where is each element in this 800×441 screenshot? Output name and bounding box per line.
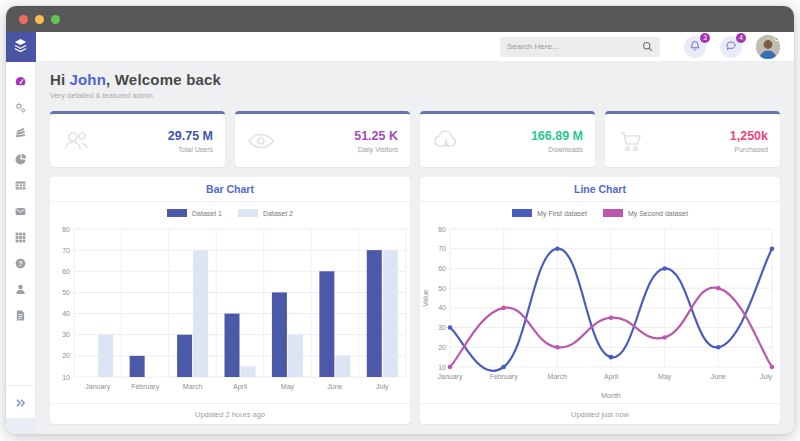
svg-text:60: 60	[62, 268, 70, 275]
sidebar-item-library[interactable]	[11, 126, 31, 143]
legend-swatch-second-dataset	[603, 209, 623, 217]
svg-text:March: March	[548, 373, 568, 380]
svg-text:10: 10	[62, 374, 70, 381]
page-header: HiJohn, Welcome back Very detailed & fea…	[50, 71, 780, 105]
legend-swatch-dataset-1	[167, 209, 187, 217]
svg-text:Value: Value	[422, 289, 429, 306]
svg-text:April: April	[233, 383, 247, 391]
window-titlebar	[6, 6, 794, 32]
stat-card-total-users[interactable]: 29.75 M Total Users	[50, 111, 225, 167]
svg-text:July: July	[376, 383, 389, 391]
search-input[interactable]	[507, 42, 636, 51]
search-icon[interactable]	[642, 38, 653, 56]
svg-text:May: May	[281, 383, 295, 391]
user-icon	[14, 282, 27, 300]
sidebar-item-charts[interactable]	[11, 152, 31, 169]
sidebar-item-mail[interactable]	[11, 204, 31, 221]
sidebar-collapse-button[interactable]	[6, 385, 35, 418]
sidebar-item-widgets[interactable]	[11, 230, 31, 247]
dashboard-content: HiJohn, Welcome back Very detailed & fea…	[36, 61, 794, 434]
svg-text:January: January	[438, 373, 463, 381]
pie-chart-icon	[14, 152, 27, 170]
line-chart-title: Line Chart	[574, 183, 626, 195]
minimize-window-button[interactable]	[35, 15, 44, 24]
svg-text:20: 20	[438, 344, 446, 351]
messages-button[interactable]: 4	[720, 36, 742, 58]
close-window-button[interactable]	[19, 15, 28, 24]
cloud-download-icon	[432, 129, 462, 153]
sidebar-item-dashboard[interactable]	[11, 74, 31, 91]
sidebar-item-tables[interactable]	[11, 178, 31, 195]
page-title: HiJohn, Welcome back	[50, 71, 780, 88]
messages-badge: 4	[736, 33, 746, 43]
sidebar-item-profile[interactable]	[11, 282, 31, 299]
svg-text:May: May	[658, 373, 672, 381]
svg-text:30: 30	[62, 331, 70, 338]
svg-text:March: March	[183, 383, 203, 390]
stat-label: Total Users	[92, 146, 213, 153]
grid-icon	[14, 230, 27, 248]
stat-card-downloads[interactable]: 166.89 M Downloads	[420, 111, 595, 167]
bar-chart-card: Bar Chart Dataset 1 Dataset 2 1020304050…	[50, 177, 410, 424]
sidebar: ?	[6, 32, 36, 434]
svg-text:10: 10	[438, 364, 446, 371]
bar-chart-title: Bar Chart	[206, 183, 254, 195]
online-status-dot	[774, 35, 780, 41]
bell-icon	[689, 38, 701, 56]
svg-text:January: January	[85, 383, 110, 391]
legend-label: My First dataset	[537, 210, 587, 217]
svg-text:?: ?	[18, 259, 22, 266]
svg-text:70: 70	[62, 247, 70, 254]
sidebar-item-help[interactable]: ?	[11, 256, 31, 273]
line-chart-plot: 1020304050607080JanuaryFebruaryMarchApri…	[420, 221, 780, 403]
svg-text:June: June	[711, 373, 726, 380]
svg-text:February: February	[490, 373, 519, 381]
help-icon: ?	[14, 256, 27, 274]
eye-icon	[247, 129, 277, 153]
notifications-badge: 3	[700, 33, 710, 43]
svg-text:April: April	[604, 373, 618, 381]
gears-icon	[14, 100, 27, 118]
sidebar-footer-strip	[6, 418, 35, 434]
table-icon	[14, 178, 27, 196]
books-icon	[14, 126, 27, 144]
svg-text:70: 70	[438, 245, 446, 252]
stat-card-daily-visitors[interactable]: 51.25 K Daily Visitors	[235, 111, 410, 167]
file-icon	[14, 308, 27, 326]
legend-label: Dataset 1	[192, 210, 222, 217]
search-box[interactable]	[500, 37, 660, 57]
svg-text:July: July	[760, 373, 773, 381]
chat-bubble-icon	[725, 38, 737, 56]
svg-text:30: 30	[438, 324, 446, 331]
sidebar-item-settings[interactable]	[11, 100, 31, 117]
bar-chart-footer: Updated 2 hours ago	[50, 403, 410, 424]
stat-value: 1,250k	[647, 129, 768, 143]
double-chevron-right-icon	[15, 394, 26, 412]
stat-value: 29.75 M	[92, 129, 213, 143]
svg-text:Month: Month	[601, 392, 621, 399]
stat-label: Downloads	[462, 146, 583, 153]
stats-row: 29.75 M Total Users 51.25 K Daily Visito…	[50, 111, 780, 167]
legend-label: Dataset 2	[263, 210, 293, 217]
user-name-link[interactable]: John	[69, 71, 106, 88]
maximize-window-button[interactable]	[51, 15, 60, 24]
line-chart-legend: My First dataset My Second dataset	[420, 205, 780, 221]
svg-text:80: 80	[438, 226, 446, 233]
stat-value: 166.89 M	[462, 129, 583, 143]
app-window: ?	[6, 6, 794, 434]
svg-text:40: 40	[62, 310, 70, 317]
svg-text:50: 50	[438, 285, 446, 292]
line-chart-card: Line Chart My First dataset My Second da…	[420, 177, 780, 424]
legend-swatch-dataset-2	[238, 209, 258, 217]
cart-icon	[617, 129, 647, 153]
user-avatar[interactable]	[756, 35, 780, 59]
sidebar-item-documents[interactable]	[11, 308, 31, 325]
stat-label: Purchased	[647, 146, 768, 153]
svg-text:20: 20	[62, 352, 70, 359]
stat-card-purchased[interactable]: 1,250k Purchased	[605, 111, 780, 167]
speedometer-icon	[14, 74, 27, 92]
app-logo[interactable]	[6, 32, 36, 62]
notifications-button[interactable]: 3	[684, 36, 706, 58]
bar-chart-legend: Dataset 1 Dataset 2	[50, 205, 410, 221]
users-group-icon	[62, 129, 92, 153]
